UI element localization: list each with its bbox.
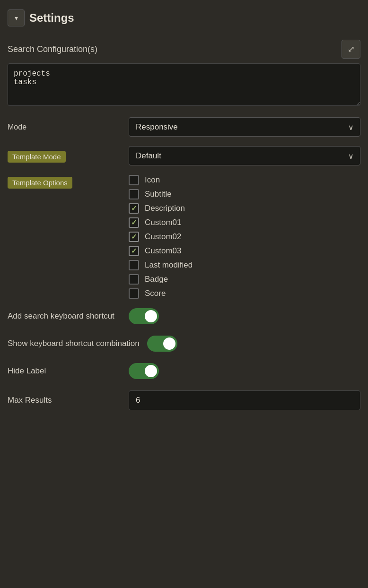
checkbox-icon-box[interactable]	[129, 175, 139, 185]
show-keyboard-shortcut-toggle[interactable]	[147, 336, 177, 352]
hide-label-toggle[interactable]	[129, 363, 159, 379]
checkbox-subtitle-box[interactable]	[129, 189, 139, 199]
search-config-header: Search Configuration(s) ⤢	[8, 40, 360, 59]
checkbox-description-label: Description	[145, 204, 185, 213]
template-mode-select[interactable]: Default Compact Full	[129, 146, 360, 165]
checkbox-custom01-box[interactable]	[129, 217, 139, 228]
mode-select-wrapper: Responsive Desktop Mobile ∨	[129, 117, 360, 137]
max-results-row: Max Results	[8, 390, 360, 410]
panel-header: ▾ Settings	[8, 9, 360, 26]
checkbox-custom03[interactable]: Custom03	[129, 246, 360, 256]
checkbox-custom02[interactable]: Custom02	[129, 232, 360, 242]
template-options-badge: Template Options	[8, 177, 72, 189]
add-search-shortcut-row: Add search keyboard shortcut	[8, 308, 360, 324]
checkboxes-list: Icon Subtitle Description Custom01 Custo…	[129, 175, 360, 299]
template-mode-select-wrapper: Default Compact Full ∨	[129, 146, 360, 165]
checkbox-last-modified-label: Last modified	[145, 260, 193, 270]
checkbox-custom01-label: Custom01	[145, 218, 181, 227]
template-options-section: Template Options Icon Subtitle Descripti…	[8, 175, 360, 299]
checkbox-custom03-label: Custom03	[145, 246, 181, 256]
checkbox-subtitle[interactable]: Subtitle	[129, 189, 360, 199]
settings-panel: ▾ Settings Search Configuration(s) ⤢ pro…	[0, 0, 368, 420]
checkbox-last-modified-box[interactable]	[129, 260, 139, 270]
checkbox-icon[interactable]: Icon	[129, 175, 360, 185]
add-search-shortcut-toggle[interactable]	[129, 308, 159, 324]
add-search-shortcut-label: Add search keyboard shortcut	[8, 311, 121, 322]
mode-select[interactable]: Responsive Desktop Mobile	[129, 117, 360, 137]
checkbox-score-label: Score	[145, 289, 166, 298]
template-options-badge-wrapper: Template Options	[8, 175, 121, 189]
search-config-textarea[interactable]: projects tasks	[8, 63, 360, 106]
external-link-button[interactable]: ⤢	[342, 40, 360, 59]
checkbox-custom03-box[interactable]	[129, 246, 139, 256]
search-config-label: Search Configuration(s)	[8, 44, 97, 54]
show-keyboard-shortcut-label: Show keyboard shortcut combination	[8, 338, 140, 349]
checkbox-subtitle-label: Subtitle	[145, 190, 172, 199]
mode-label: Mode	[8, 123, 121, 131]
template-mode-row: Template Mode Default Compact Full ∨	[8, 146, 360, 165]
page-title: Settings	[29, 11, 74, 25]
collapse-button[interactable]: ▾	[8, 9, 25, 26]
hide-label-row: Hide Label	[8, 363, 360, 379]
checkbox-description[interactable]: Description	[129, 203, 360, 214]
checkbox-custom02-box[interactable]	[129, 232, 139, 242]
checkbox-score[interactable]: Score	[129, 288, 360, 299]
checkbox-badge-box[interactable]	[129, 274, 139, 285]
template-mode-badge: Template Mode	[8, 151, 66, 163]
checkbox-score-box[interactable]	[129, 288, 139, 299]
checkbox-custom02-label: Custom02	[145, 232, 181, 242]
checkbox-icon-label: Icon	[145, 175, 160, 185]
toggle-knob	[163, 337, 175, 350]
checkbox-badge[interactable]: Badge	[129, 274, 360, 285]
hide-label-label: Hide Label	[8, 365, 121, 377]
checkbox-badge-label: Badge	[145, 275, 168, 284]
toggle-knob	[145, 310, 157, 322]
mode-row: Mode Responsive Desktop Mobile ∨	[8, 117, 360, 137]
max-results-label: Max Results	[8, 396, 121, 405]
show-keyboard-shortcut-row: Show keyboard shortcut combination	[8, 336, 360, 352]
toggle-knob	[145, 365, 157, 377]
checkbox-last-modified[interactable]: Last modified	[129, 260, 360, 270]
chevron-down-icon: ▾	[15, 14, 18, 22]
max-results-input[interactable]	[129, 390, 360, 410]
checkbox-description-box[interactable]	[129, 203, 139, 214]
template-mode-badge-wrapper: Template Mode	[8, 149, 121, 163]
external-link-icon: ⤢	[348, 44, 355, 54]
checkbox-custom01[interactable]: Custom01	[129, 217, 360, 228]
